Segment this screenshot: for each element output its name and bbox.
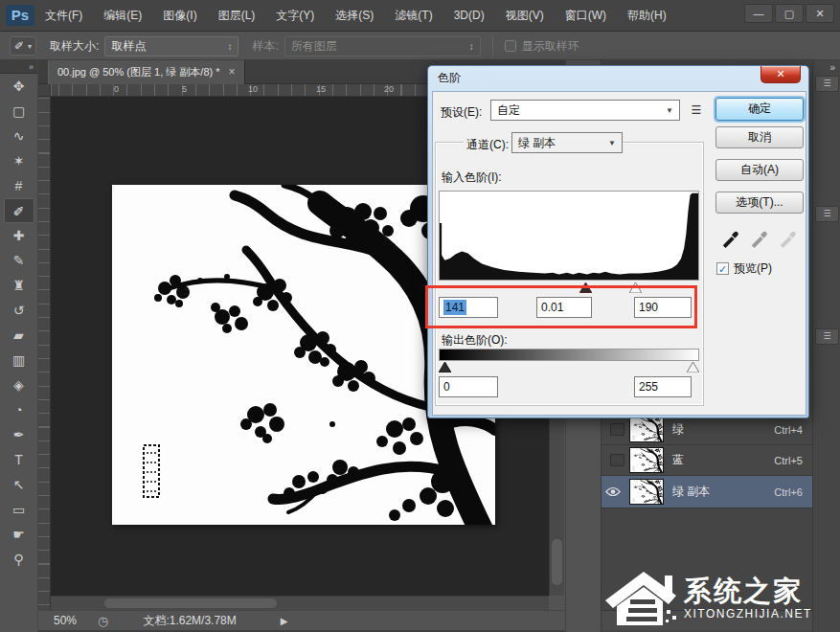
panel-menu-icon[interactable]: ☰ <box>815 76 839 92</box>
channel-thumbnail[interactable] <box>629 479 664 505</box>
gradient-tool[interactable]: ▥ <box>4 348 34 372</box>
horizontal-scrollbar[interactable] <box>51 596 549 610</box>
pen-tool[interactable]: ✒ <box>4 422 34 447</box>
output-highlight-slider[interactable] <box>687 362 699 372</box>
chevron-down-icon: ▼ <box>608 139 616 147</box>
separator <box>492 36 493 56</box>
menu-type[interactable]: 文字(Y) <box>265 0 325 32</box>
preset-dropdown[interactable]: 自定 ▼ <box>490 100 680 121</box>
menu-help[interactable]: 帮助(H) <box>617 0 677 32</box>
levels-dialog: 色阶 ✕ 预设(E): 自定 ▼ ☰ 通道(C): 绿 副本 ▼ 输入色阶(I)… <box>427 65 809 418</box>
vertical-ruler <box>38 84 51 620</box>
close-button[interactable]: ✕ <box>806 4 834 23</box>
history-brush-tool[interactable]: ↺ <box>4 298 34 323</box>
cancel-button[interactable]: 取消 <box>715 126 804 148</box>
hand-tool[interactable]: ☛ <box>4 522 34 547</box>
gray-point-eyedropper-icon[interactable] <box>749 226 770 249</box>
channel-row-blue[interactable]: 蓝 Ctrl+5 <box>602 445 812 476</box>
menu-view[interactable]: 视图(V) <box>495 0 555 32</box>
channel-thumbnail[interactable] <box>629 447 664 473</box>
menu-3d[interactable]: 3D(D) <box>443 0 495 32</box>
marquee-tool[interactable]: ▢ <box>4 99 34 124</box>
channel-label: 绿 <box>672 421 684 438</box>
auto-button[interactable]: 自动(A) <box>715 159 804 181</box>
input-gamma-field[interactable]: 0.01 <box>536 297 592 318</box>
crop-tool[interactable]: # <box>4 173 34 198</box>
zoom-level-field[interactable]: 50% <box>54 614 77 627</box>
path-selection-tool[interactable]: ↖ <box>4 472 34 497</box>
black-point-eyedropper-icon[interactable] <box>720 226 741 249</box>
channel-thumbnail[interactable] <box>629 417 664 442</box>
menu-window[interactable]: 窗口(W) <box>555 0 617 32</box>
tools-panel: » ✥ ▢ ∿ ✶ # ✐ ✚ ✎ ♜ ↺ ▰ ▥ ◈ ◔ ✒ T ↖ ▭ ☛ … <box>0 60 38 632</box>
menu-file[interactable]: 文件(F) <box>34 0 93 32</box>
type-tool[interactable]: T <box>4 447 34 472</box>
eye-icon[interactable] <box>605 486 621 497</box>
options-button[interactable]: 选项(T)... <box>715 192 804 214</box>
ruler-corner <box>38 84 51 97</box>
output-slider-track[interactable] <box>439 361 699 374</box>
sample-value: 所有图层 <box>291 38 337 55</box>
panel-dock-strip: » ☰ ☰ ☰ <box>812 60 840 632</box>
preview-checkbox[interactable]: ✓ <box>716 262 729 275</box>
visibility-toggle[interactable] <box>610 454 624 466</box>
sample-size-dropdown[interactable]: 取样点 ↕ <box>104 36 238 56</box>
output-highlight-field[interactable]: 255 <box>634 376 692 397</box>
panel-menu-icon[interactable]: ☰ <box>815 328 839 345</box>
collapse-tools-icon[interactable]: » <box>0 60 37 74</box>
input-slider-track[interactable] <box>439 281 699 295</box>
lasso-tool[interactable]: ∿ <box>4 124 34 148</box>
zoom-tool[interactable]: ⚲ <box>4 547 34 572</box>
input-shadow-field[interactable]: 141 <box>439 297 498 318</box>
eyedropper-icon: ✐ <box>14 39 24 53</box>
title-bar: Ps 文件(F) 编辑(E) 图像(I) 图层(L) 文字(Y) 选择(S) 滤… <box>0 0 840 32</box>
ok-button[interactable]: 确定 <box>715 98 804 121</box>
menu-select[interactable]: 选择(S) <box>325 0 384 32</box>
document-tab[interactable]: 00.jpg @ 50% (图层 1, 绿 副本/8) * × <box>48 60 245 84</box>
preset-options-icon[interactable]: ☰ <box>685 100 708 121</box>
minimize-button[interactable]: — <box>744 4 773 23</box>
input-highlight-field[interactable]: 190 <box>634 297 692 318</box>
eraser-tool[interactable]: ▰ <box>4 323 34 348</box>
move-tool[interactable]: ✥ <box>4 74 34 99</box>
channel-row-green[interactable]: 绿 Ctrl+4 <box>602 415 812 445</box>
eyedropper-tool[interactable]: ✐ <box>4 198 34 223</box>
menu-image[interactable]: 图像(I) <box>152 0 207 32</box>
brush-tool[interactable]: ✎ <box>4 248 34 273</box>
input-shadow-value: 141 <box>443 300 466 315</box>
magic-wand-tool[interactable]: ✶ <box>4 148 34 173</box>
spin-arrows-icon: ↕ <box>217 41 232 52</box>
status-flyout-icon[interactable]: ▶ <box>281 616 288 626</box>
dodge-tool[interactable]: ◔ <box>4 397 34 422</box>
dialog-title: 色阶 <box>438 70 461 86</box>
vertical-scrollbar-thumb[interactable] <box>552 539 562 585</box>
channel-shortcut: Ctrl+5 <box>774 455 803 466</box>
eyedropper-tool-preset[interactable]: ✐ ▾ <box>10 36 36 56</box>
channel-dropdown[interactable]: 绿 副本 ▼ <box>511 132 623 153</box>
menu-edit[interactable]: 编辑(E) <box>93 0 152 32</box>
panel-menu-icon[interactable]: ☰ <box>815 206 839 222</box>
preset-label: 预设(E): <box>441 104 482 121</box>
sample-dropdown: 所有图层 ↕ <box>284 36 481 56</box>
tool-options-bar: ✐ ▾ 取样大小: 取样点 ↕ 样本: 所有图层 ↕ 显示取样环 <box>0 33 840 60</box>
output-shadow-field[interactable]: 0 <box>439 376 498 397</box>
white-point-eyedropper-icon[interactable] <box>778 226 799 249</box>
channel-row-green-copy[interactable]: 绿 副本 Ctrl+6 <box>602 476 812 508</box>
horizontal-scrollbar-thumb[interactable] <box>104 598 277 608</box>
healing-brush-tool[interactable]: ✚ <box>4 223 34 248</box>
channel-label: 绿 副本 <box>672 484 710 500</box>
menu-layer[interactable]: 图层(L) <box>208 0 266 32</box>
visibility-toggle[interactable] <box>610 423 624 436</box>
shape-tool[interactable]: ▭ <box>4 497 34 522</box>
blur-tool[interactable]: ◈ <box>4 372 34 397</box>
tab-close-icon[interactable]: × <box>229 60 236 84</box>
output-shadow-slider[interactable] <box>439 362 451 372</box>
clone-stamp-tool[interactable]: ♜ <box>4 273 34 298</box>
dialog-close-button[interactable]: ✕ <box>761 66 801 83</box>
highlight-input-slider[interactable] <box>629 282 642 293</box>
menu-filter[interactable]: 滤镜(T) <box>384 0 443 32</box>
expand-panels-icon[interactable]: » <box>813 60 840 73</box>
shadow-input-slider[interactable] <box>579 282 592 293</box>
maximize-button[interactable]: ▢ <box>775 4 804 23</box>
preview-label: 预览(P) <box>734 260 772 277</box>
